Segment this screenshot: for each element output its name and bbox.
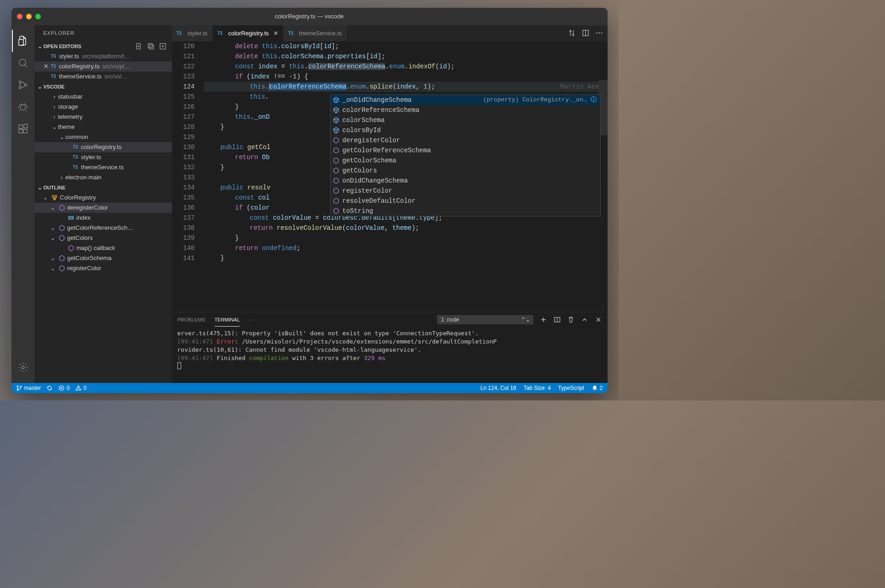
maximize-window-button[interactable] <box>35 14 41 19</box>
minimize-window-button[interactable] <box>26 14 32 19</box>
open-editor-item[interactable]: ✕TSthemeService.tssrc/vs/… <box>34 72 172 82</box>
svg-point-2 <box>19 81 21 83</box>
typescript-icon: TS <box>73 165 78 170</box>
new-terminal-icon[interactable] <box>540 316 547 323</box>
line-number: 134 <box>172 183 195 193</box>
tree-item[interactable]: ⌄theme <box>34 122 172 132</box>
suggest-item[interactable]: getColorSchema <box>331 155 600 166</box>
new-file-icon[interactable] <box>135 43 143 50</box>
close-panel-icon[interactable] <box>595 316 602 323</box>
file-path: src/vs/pl… <box>102 63 130 70</box>
close-all-icon[interactable] <box>159 43 166 50</box>
field-icon <box>332 127 340 134</box>
suggest-item[interactable]: getColorReferenceSchema <box>331 145 600 155</box>
outline-item[interactable]: map() callback <box>34 243 172 253</box>
close-icon[interactable]: ✕ <box>44 63 51 70</box>
tab-size[interactable]: Tab Size: 4 <box>524 385 551 391</box>
outline-item[interactable]: ⌄getColors <box>34 233 172 243</box>
terminal-tab[interactable]: TERMINAL <box>215 313 240 327</box>
language-mode[interactable]: TypeScript <box>558 385 584 391</box>
outline-item[interactable]: ⌄registerColor <box>34 263 172 273</box>
explorer-icon[interactable] <box>12 30 34 52</box>
outline-label: getColorSchema <box>67 255 112 261</box>
notifications[interactable]: 2 <box>592 385 603 391</box>
split-terminal-icon[interactable] <box>553 316 561 323</box>
suggest-item[interactable]: onDidChangeSchema <box>331 176 600 186</box>
method-icon <box>332 177 340 184</box>
terminal-selector[interactable]: 1: node⌃⌄ <box>437 315 533 324</box>
git-branch[interactable]: master <box>16 385 41 391</box>
maximize-panel-icon[interactable] <box>581 316 588 323</box>
split-editor-icon[interactable] <box>582 29 589 37</box>
titlebar[interactable]: colorRegistry.ts — vscode <box>11 8 608 25</box>
suggest-label: colorReferenceSchema <box>343 105 420 115</box>
sync-icon[interactable] <box>46 385 53 391</box>
outline-item[interactable]: index <box>34 213 172 223</box>
terminal-body[interactable]: erver.ts(475,15): Property 'isBuilt' doe… <box>172 327 608 383</box>
outline-label: registerColor <box>67 265 101 272</box>
source-control-icon[interactable] <box>12 74 34 96</box>
suggest-item[interactable]: toString <box>331 206 600 216</box>
suggest-item[interactable]: deregisterColor <box>331 135 600 145</box>
errors-count[interactable]: 0 <box>58 385 70 391</box>
file-path: src/vs/platform/t… <box>82 53 130 60</box>
svg-rect-8 <box>23 129 27 133</box>
save-all-icon[interactable] <box>147 43 155 50</box>
open-editors-header[interactable]: ⌄ OPEN EDITORS <box>34 41 172 51</box>
suggest-item[interactable]: colorsById <box>331 125 600 135</box>
settings-gear-icon[interactable] <box>12 356 34 378</box>
suggest-item[interactable]: colorSchema <box>331 115 600 125</box>
tree-item[interactable]: ›storage <box>34 102 172 112</box>
editor-body[interactable]: 1201211221231241251261271281291301311321… <box>172 41 608 312</box>
suggest-item[interactable]: colorReferenceSchema <box>331 105 600 115</box>
suggest-item[interactable]: getColors <box>331 166 600 176</box>
info-icon[interactable]: ⓘ <box>591 96 597 103</box>
suggest-item[interactable]: resolveDefaultColor <box>331 196 600 206</box>
typescript-icon: TS <box>51 54 56 59</box>
more-panel-icon[interactable]: ··· <box>249 317 253 322</box>
tree-item[interactable]: ›electron-main <box>34 172 172 183</box>
debug-icon[interactable] <box>12 96 34 118</box>
chevron-icon: › <box>51 94 58 100</box>
more-actions-icon[interactable] <box>596 29 603 37</box>
extensions-icon[interactable] <box>12 118 34 140</box>
outline-item[interactable]: ⌄getColorSchema <box>34 253 172 263</box>
open-editor-item[interactable]: ✕TSstyler.tssrc/vs/platform/t… <box>34 51 172 61</box>
suggest-item[interactable]: _onDidChangeSchema(property) ColorRegist… <box>331 95 600 105</box>
tree-item[interactable]: ⌄common <box>34 132 172 142</box>
outline-item[interactable]: ⌄ColorRegistry <box>34 193 172 203</box>
sidebar-title: EXPLORER <box>34 25 172 41</box>
sidebar: EXPLORER ⌄ OPEN EDITORS ✕TSstyler.tssrc/… <box>34 25 172 383</box>
close-tab-icon[interactable]: ✕ <box>273 30 278 37</box>
compare-changes-icon[interactable] <box>568 29 575 37</box>
workspace-header[interactable]: ⌄ VSCODE <box>34 82 172 92</box>
search-icon[interactable] <box>12 52 34 74</box>
tree-item[interactable]: TScolorRegistry.ts <box>34 142 172 152</box>
warnings-count[interactable]: 0 <box>75 385 87 391</box>
svg-point-20 <box>596 33 597 33</box>
open-editor-item[interactable]: ✕TScolorRegistry.tssrc/vs/pl… <box>34 61 172 72</box>
suggest-widget[interactable]: _onDidChangeSchema(property) ColorRegist… <box>330 94 601 216</box>
suggest-item[interactable]: registerColor <box>331 186 600 196</box>
trash-icon[interactable] <box>567 316 575 323</box>
close-window-button[interactable] <box>17 14 22 19</box>
editor-tab[interactable]: TScolorRegistry.ts✕ <box>213 25 284 41</box>
svg-rect-9 <box>24 124 28 128</box>
editor-tab[interactable]: TSstyler.ts <box>172 25 213 41</box>
cursor-position[interactable]: Ln 124, Col 18 <box>481 385 516 391</box>
chevron-down-icon: ⌄ <box>36 43 44 50</box>
tab-label: themeService.ts <box>299 30 342 37</box>
line-number: 121 <box>172 51 195 61</box>
tree-item[interactable]: ›statusbar <box>34 92 172 102</box>
outline-header[interactable]: ⌄ OUTLINE <box>34 183 172 193</box>
code-area[interactable]: delete this.colorsById[id]; delete this.… <box>204 41 608 312</box>
problems-tab[interactable]: PROBLEMS <box>177 313 205 326</box>
outline-item[interactable]: ⌄deregisterColor <box>34 203 172 213</box>
tree-item[interactable]: TSthemeService.ts <box>34 162 172 172</box>
svg-point-26 <box>20 386 21 387</box>
tree-item[interactable]: ›telemetry <box>34 112 172 122</box>
tree-item[interactable]: TSstyler.ts <box>34 152 172 162</box>
suggest-label: _onDidChangeSchema <box>343 95 412 105</box>
editor-tab[interactable]: TSthemeService.ts <box>283 25 347 41</box>
outline-item[interactable]: ⌄getColorReferenceSch… <box>34 223 172 233</box>
